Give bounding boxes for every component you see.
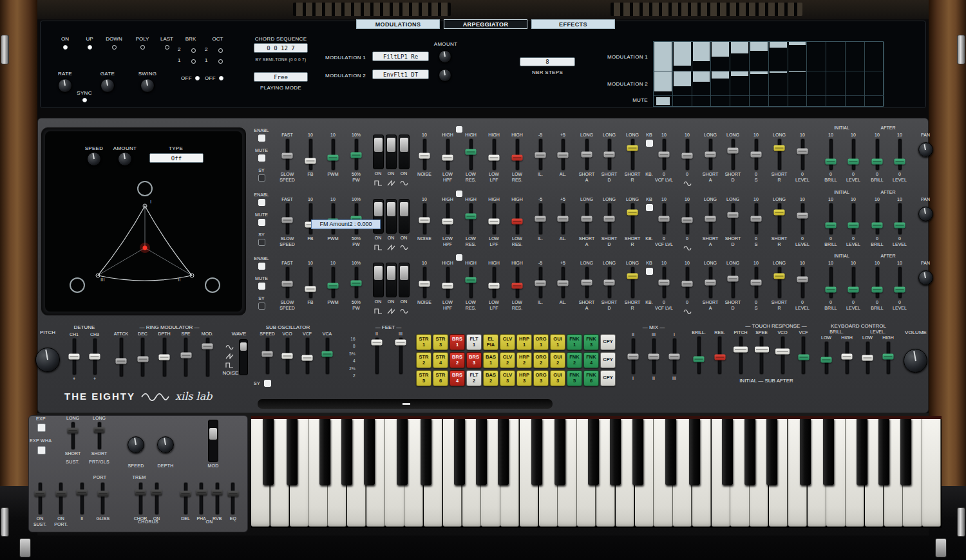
feet-iii-track[interactable]	[399, 338, 402, 374]
seq-step-8[interactable]	[788, 42, 808, 106]
black-key[interactable]	[744, 418, 755, 485]
black-key[interactable]	[476, 418, 487, 485]
mix-ii-track[interactable]	[632, 339, 635, 374]
ring-mod-dec-track[interactable]	[141, 338, 144, 377]
channel-3-pw-track[interactable]	[355, 267, 358, 298]
channel-3-noise-track[interactable]	[423, 267, 426, 298]
seq-step-6[interactable]	[750, 42, 769, 106]
channel-2-amp-release-track[interactable]	[778, 203, 781, 234]
nbr-steps-value[interactable]: 8	[520, 57, 575, 66]
sub-osc-vcf-track[interactable]	[306, 338, 309, 374]
sub-sy-checkbox[interactable]	[264, 380, 271, 387]
oct-1-led[interactable]	[218, 59, 223, 64]
channel-2-speed-track[interactable]	[286, 203, 289, 234]
slider-handle[interactable]	[604, 280, 615, 286]
slider-handle[interactable]	[535, 216, 546, 222]
detune-ch3-track[interactable]	[93, 339, 97, 375]
arp-toggle-poly[interactable]: POLY	[129, 36, 155, 50]
channel-1-pwm-track[interactable]	[332, 139, 335, 170]
slider-handle[interactable]	[659, 152, 670, 158]
channel-1-sine-level-track[interactable]	[686, 139, 689, 170]
slider-handle[interactable]	[682, 217, 693, 223]
slider-handle[interactable]	[97, 491, 108, 497]
touch-response-vco-track[interactable]	[781, 337, 784, 374]
channel-2-filter-attack-track[interactable]	[585, 203, 589, 234]
slider-handle[interactable]	[798, 354, 809, 360]
slider-handle[interactable]	[682, 153, 693, 159]
modulation-2-select[interactable]: EnvFlt1 DT	[372, 70, 429, 79]
slider-handle[interactable]	[535, 152, 546, 158]
swing-knob[interactable]	[140, 79, 155, 93]
channel-2-amp-sustain-track[interactable]	[755, 203, 758, 234]
slider-handle[interactable]	[489, 219, 500, 225]
chorus-on-track[interactable]	[155, 483, 158, 514]
black-key[interactable]	[722, 418, 733, 485]
arp-toggle-down[interactable]: DOWN	[101, 36, 127, 50]
preset-gui-3-button[interactable]: GUI3	[550, 370, 565, 386]
slider-handle[interactable]	[775, 349, 790, 355]
feet-ii-track[interactable]	[375, 338, 379, 374]
channel-2-enabl-toggle[interactable]: ENABL	[250, 192, 273, 206]
channel-3-sy-toggle[interactable]: SY	[250, 296, 273, 310]
preset-str-1-button[interactable]: STR1	[416, 334, 431, 350]
seq-step-2[interactable]	[673, 42, 692, 106]
channel-2-al-track[interactable]	[562, 203, 565, 234]
black-key[interactable]	[878, 418, 889, 485]
sy-checkbox[interactable]	[258, 174, 265, 182]
slider-handle[interactable]	[282, 217, 293, 223]
pedal-depth-knob[interactable]	[157, 436, 174, 453]
preset-str-5-button[interactable]: STR5	[416, 370, 431, 386]
slider-handle[interactable]	[442, 283, 453, 288]
channel-2-fb-track[interactable]	[309, 203, 312, 234]
slider-handle[interactable]	[604, 152, 615, 158]
preset-cpy-button[interactable]: CPY	[600, 352, 616, 368]
sy-checkbox[interactable]	[258, 239, 265, 246]
volume-knob[interactable]	[904, 349, 927, 373]
black-key[interactable]	[823, 418, 834, 485]
channel-3-vcf-level-track[interactable]	[663, 267, 666, 298]
preset-gui-2-button[interactable]: GUI2	[550, 352, 565, 368]
slider-handle[interactable]	[282, 353, 293, 359]
slider-handle[interactable]	[328, 283, 339, 288]
channel-3-amp-sustain-track[interactable]	[755, 267, 758, 298]
preset-str-3-button[interactable]: STR3	[433, 334, 448, 350]
preset-clv-1-button[interactable]: CLV1	[500, 334, 515, 350]
preset-fnk-2-button[interactable]: FNK2	[567, 352, 582, 368]
slider-handle[interactable]	[705, 280, 716, 286]
sync-led[interactable]	[82, 98, 87, 102]
slider-handle[interactable]	[558, 216, 569, 222]
black-key[interactable]	[554, 418, 565, 485]
preset-brs-2-button[interactable]: BRS2	[450, 352, 465, 368]
brk-2-led[interactable]	[191, 48, 196, 53]
slider-handle[interactable]	[872, 223, 883, 229]
channel-2-lpf-track[interactable]	[493, 203, 496, 234]
sub-osc-vca-track[interactable]	[326, 338, 329, 374]
chord-sequence-value[interactable]: 0 0 12 7	[254, 43, 308, 53]
sy-checkbox[interactable]	[258, 303, 265, 310]
slider-handle[interactable]	[627, 209, 638, 215]
enabl-checkbox[interactable]	[258, 263, 265, 270]
slider-handle[interactable]	[659, 280, 670, 286]
tab-arpeggiator[interactable]: ARPEGGIATOR	[444, 19, 527, 29]
pedal-on-track[interactable]	[59, 483, 62, 514]
preset-fnk-4-button[interactable]: FNK4	[583, 352, 599, 368]
slider-handle[interactable]	[322, 351, 333, 357]
slider-handle[interactable]	[826, 158, 837, 164]
rate-knob[interactable]	[58, 79, 72, 93]
channel-1-il-track[interactable]	[539, 139, 542, 170]
channel-2-vcf-level-track[interactable]	[663, 203, 666, 234]
slider-handle[interactable]	[755, 347, 769, 353]
exp-checkbox[interactable]	[37, 424, 46, 432]
fx-rvb-track[interactable]	[216, 483, 219, 514]
channel-1-mute-toggle[interactable]: MUTE	[250, 148, 273, 162]
black-key[interactable]	[610, 418, 621, 485]
preset-bas-1-button[interactable]: BAS1	[483, 352, 498, 368]
keyboard-control-high-track[interactable]	[846, 342, 849, 374]
slider-handle[interactable]	[558, 152, 569, 158]
channel-1-pan-knob[interactable]	[918, 142, 933, 157]
slider-handle[interactable]	[862, 355, 873, 361]
preset-cpy-button[interactable]: CPY	[600, 370, 616, 386]
slider-handle[interactable]	[94, 427, 105, 433]
pedal-speed-knob[interactable]	[128, 436, 144, 453]
preset-hrp-3-button[interactable]: HRP3	[516, 370, 532, 386]
